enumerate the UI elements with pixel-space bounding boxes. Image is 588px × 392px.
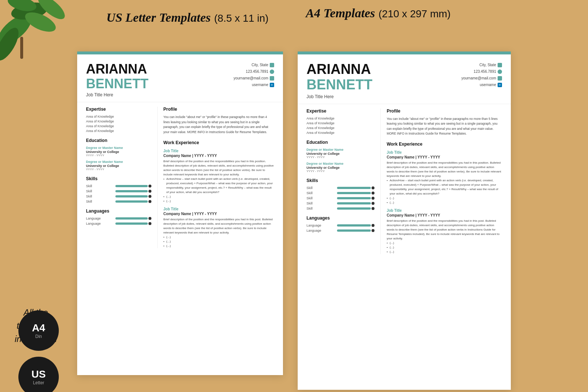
a4-bullet-1-1: Action/How – start each bullet point wit… [390, 178, 502, 196]
a4-resume-header: ARIANNA BENNETT Job Title Here City, Sta… [298, 54, 511, 104]
bullet-2-1: (...) [166, 235, 274, 239]
resume-body: Expertise Area of Knowledge Area of Know… [77, 107, 283, 255]
company-2: Company Name | YYYY - YYYY [164, 212, 274, 216]
a4-school-2: University or College [306, 166, 374, 170]
a4-first-name: ARIANNA [306, 62, 372, 77]
phone-icon [270, 70, 274, 74]
us-badge: US Letter [18, 357, 59, 392]
a4-expertise-item-1: Area of Knowledge [306, 117, 374, 120]
a4-skills-title: Skills [306, 178, 374, 183]
last-name: BENNETT [86, 76, 148, 91]
lang-row-1: Language [86, 217, 151, 220]
expertise-title: Expertise [86, 107, 151, 112]
a4-contact-block: City, State 123.456.7891 yourname@mail.c… [461, 62, 502, 88]
profile-title: Profile [164, 107, 274, 112]
a4-email-icon [498, 76, 502, 81]
a4-phone-icon [498, 70, 502, 74]
email-icon [270, 76, 274, 81]
a4-expertise-item-2: Area of Knowledge [306, 121, 374, 125]
a4-skill-row-3: Skill [306, 196, 374, 200]
work-desc-1: Brief description of the position and th… [164, 159, 274, 177]
a4-year-1: YYYY - YYYY [306, 156, 374, 159]
a4-location-icon [498, 63, 502, 67]
a4-languages-title: Languages [306, 215, 374, 221]
a4-left-column: Expertise Area of Knowledge Area of Know… [306, 108, 381, 254]
contact-city: City, State [233, 62, 274, 68]
lang-row-2: Language [86, 222, 151, 225]
a4-expertise-title: Expertise [306, 108, 374, 114]
job-title: Job Title Here [86, 92, 148, 97]
skill-row-2: Skill [86, 189, 151, 193]
a4-contact-linkedin: username in [461, 82, 502, 88]
work-exp-title: Work Experience [164, 140, 274, 145]
us-template-label: US Letter Templates (8.5 x 11 in) [81, 10, 294, 25]
skill-row-1: Skill [86, 184, 151, 188]
a4-work-desc-1: Brief description of the position and th… [387, 161, 502, 178]
a4-last-name: BENNETT [306, 77, 372, 93]
work-desc-2: Brief description of the position and th… [164, 217, 274, 235]
location-icon [270, 63, 274, 67]
linkedin-icon: in [270, 83, 274, 87]
a4-company-1: Company Name | YYYY - YYYY [387, 155, 502, 159]
a4-bullet-2-3: (...) [390, 250, 502, 254]
contact-email: yourname@mail.com [233, 75, 274, 82]
a4-work-exp-title: Work Experience [387, 142, 502, 147]
a4-education-title: Education [306, 140, 374, 145]
first-name: ARIANNA [86, 62, 148, 76]
a4-contact-email: yourname@mail.com [461, 75, 502, 82]
a4-top-accent-bar [298, 51, 511, 54]
a4-skill-row-1: Skill [306, 186, 374, 190]
a4-right-column: Profile You can include "about me" or "p… [381, 108, 502, 254]
job-title-1: Job Title [164, 149, 274, 153]
a4-resume-body: Expertise Area of Knowledge Area of Know… [298, 108, 511, 261]
us-resume-card: ARIANNA BENNETT Job Title Here City, Sta… [77, 51, 283, 375]
bullet-1-3: (...) [166, 199, 274, 203]
badge-container: A4 Din US Letter [18, 310, 59, 392]
a4-profile-title: Profile [387, 108, 502, 114]
degree-1: Degree or Master Name [86, 146, 151, 150]
bullet-1-1: Action/How – start each bullet point wit… [166, 177, 274, 195]
a4-school-1: University or College [306, 152, 374, 156]
school-2: University or College [86, 164, 151, 168]
degree-2: Degree or Master Name [86, 160, 151, 164]
a4-template-label: A4 Templates (210 x 297 mm) [306, 6, 573, 20]
a4-job-title: Job Title Here [306, 94, 372, 99]
languages-title: Languages [86, 209, 151, 214]
job-title-2: Job Title [164, 207, 274, 211]
expertise-item-3: Area of Knowledge [86, 124, 151, 128]
a4-bullet-2-2: (...) [390, 245, 502, 250]
a4-degree-2: Degree or Master Name [306, 162, 374, 165]
profile-text: You can include "about me" or "profile" … [164, 115, 274, 135]
year-2: YYYY - YYYY [86, 168, 151, 171]
name-block: ARIANNA BENNETT Job Title Here [86, 62, 148, 97]
a4-skill-row-4: Skill [306, 202, 374, 205]
bullet-1-2: (...) [166, 195, 274, 199]
plant-decoration [0, 0, 74, 74]
resume-header: ARIANNA BENNETT Job Title Here City, Sta… [77, 54, 283, 102]
svg-rect-6 [20, 37, 23, 59]
a4-contact-phone: 123.456.7891 [461, 68, 502, 75]
skill-row-3: Skill [86, 195, 151, 198]
contact-linkedin: username in [233, 82, 274, 88]
company-1: Company Name | YYYY - YYYY [164, 154, 274, 158]
top-accent-bar [77, 51, 283, 54]
expertise-item-4: Area of Knowledge [86, 129, 151, 133]
contact-block: City, State 123.456.7891 yourname@mail.c… [233, 62, 274, 88]
a4-bullet-2-1: (...) [390, 241, 502, 245]
a4-bullet-1-2: (...) [390, 196, 502, 200]
education-title: Education [86, 138, 151, 143]
a4-lang-row-1: Language [306, 224, 374, 227]
a4-work-desc-2: Brief description of the position and th… [387, 219, 502, 241]
skill-row-4: Skill [86, 200, 151, 203]
a4-badge: A4 Din [18, 310, 59, 351]
expertise-item-2: Area of Knowledge [86, 120, 151, 123]
right-column: Profile You can include "about me" or "p… [158, 107, 274, 248]
a4-bullet-1-3: (...) [390, 200, 502, 205]
a4-expertise-item-4: Area of Knowledge [306, 131, 374, 135]
a4-job-title-1: Job Title [387, 150, 502, 154]
year-1: YYYY - YYYY [86, 154, 151, 157]
bullet-2-2: (...) [166, 239, 274, 244]
a4-job-title-2: Job Title [387, 209, 502, 213]
a4-year-2: YYYY - YYYY [306, 170, 374, 173]
a4-contact-city: City, State [461, 62, 502, 68]
